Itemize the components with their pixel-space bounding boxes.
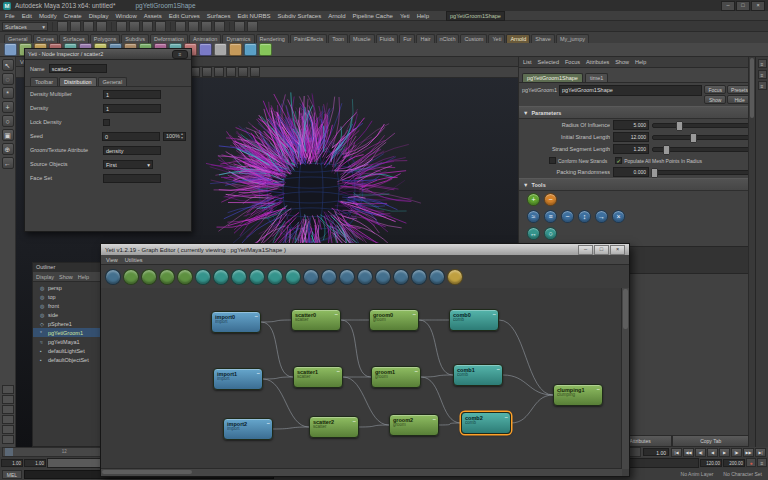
node-inspector-titlebar[interactable]: Yeti - Node Inspector / scatter2 ≡ [25, 49, 191, 60]
play-backward-button[interactable]: ◀ [707, 448, 718, 457]
shelf-tab-animation[interactable]: Animation [189, 34, 221, 43]
graph-canvas[interactable]: import0import~scatter0scatter~groom0groo… [101, 288, 622, 469]
copy-tab-button[interactable]: Copy Tab [672, 435, 749, 447]
status-icon[interactable] [175, 21, 186, 32]
attribute-editor-toggle[interactable]: ≡ [758, 59, 767, 68]
layout-button-5[interactable] [2, 425, 14, 434]
menu-assets[interactable]: Assets [144, 13, 162, 19]
reset-tool[interactable]: ○ [544, 227, 557, 240]
graph-node-import2[interactable]: import2import~ [223, 418, 273, 440]
shelf-tab-muscle[interactable]: Muscle [349, 34, 374, 43]
face-set-input[interactable] [103, 174, 161, 183]
section-header-parameters[interactable]: ▼Parameters [519, 106, 755, 119]
smooth-tool[interactable]: ~ [561, 210, 574, 223]
menu-arnold[interactable]: Arnold [328, 13, 345, 19]
seed-input[interactable]: 0 [102, 132, 160, 141]
shelf-tab-custom[interactable]: Custom [460, 34, 487, 43]
status-icon[interactable] [188, 21, 199, 32]
outliner-menu-show[interactable]: Show [59, 274, 73, 280]
shelf-icon-18[interactable] [259, 43, 272, 56]
layout-button-2[interactable] [2, 395, 14, 404]
status-icon[interactable] [214, 21, 225, 32]
universal-manip-tool[interactable]: ⊕ [2, 143, 14, 155]
slider-handle[interactable] [690, 133, 697, 143]
radius-of-influence-slider[interactable] [652, 123, 752, 128]
current-time-marker[interactable] [5, 448, 13, 457]
shelf-tab-deformation[interactable]: Deformation [150, 34, 188, 43]
shelf-tab-polygons[interactable]: Polygons [90, 34, 121, 43]
range-end-field-2[interactable]: 200.00 [723, 459, 745, 467]
shelf-tab-subdivs[interactable]: Subdivs [121, 34, 149, 43]
menu-file[interactable]: File [5, 13, 15, 19]
add-strands-tool[interactable]: + [527, 193, 540, 206]
current-frame-field[interactable]: 1.00 [643, 448, 669, 456]
rotate-tool[interactable]: ○ [2, 115, 14, 127]
texture-node-icon[interactable] [447, 269, 463, 285]
paint-select-tool[interactable]: * [2, 87, 14, 99]
graph-minimize-button[interactable]: – [578, 245, 593, 255]
channel-box-toggle[interactable]: ≡ [758, 81, 767, 90]
go-to-start-button[interactable]: |◀ [671, 448, 682, 457]
menu-edit[interactable]: Edit [22, 13, 32, 19]
menuset-dropdown[interactable]: Surfaces ▾ [2, 22, 48, 31]
scraggle-node-icon[interactable] [249, 269, 265, 285]
shelf-icon-15[interactable] [214, 43, 227, 56]
shelf-tab-ncloth[interactable]: nCloth [436, 34, 460, 43]
shelf-tab-general[interactable]: General [4, 34, 32, 43]
shelf-tab-fur[interactable]: Fur [399, 34, 415, 43]
shelf-icon-17[interactable] [244, 43, 257, 56]
slider-handle[interactable] [676, 121, 683, 131]
status-icon[interactable] [234, 21, 245, 32]
scale-tool[interactable]: ▣ [2, 129, 14, 141]
menu-surfaces[interactable]: Surfaces [207, 13, 231, 19]
checkbox-conform-new-strands[interactable]: Conform New Strands [549, 157, 607, 164]
slider-handle[interactable] [663, 145, 670, 155]
graph-node-groom2[interactable]: groom2groom~ [389, 414, 439, 436]
packing-randomness-slider[interactable] [652, 170, 752, 175]
step-forward-key-button[interactable]: |▶ [731, 448, 742, 457]
menu-create[interactable]: Create [64, 13, 82, 19]
shelf-icon-1[interactable] [4, 43, 17, 56]
viewport-tool-icon[interactable] [226, 67, 236, 77]
delete-tool[interactable]: × [612, 210, 625, 223]
outliner-menu-help[interactable]: Help [78, 274, 89, 280]
groom-node-icon[interactable] [159, 269, 175, 285]
initial-strand-length-input[interactable]: 12.000 [613, 132, 649, 142]
range-end-field-1[interactable]: 120.00 [700, 459, 722, 467]
graph-node-clumping1[interactable]: clumping1clumping~ [553, 384, 603, 406]
direction-node-icon[interactable] [357, 269, 373, 285]
graph-menu-view[interactable]: View [106, 257, 118, 263]
ae-menu-attributes[interactable]: Attributes [586, 59, 609, 65]
shelf-tab-yeti[interactable]: Yeti [488, 34, 505, 43]
last-tool[interactable]: ← [2, 157, 14, 169]
status-icon[interactable] [70, 21, 81, 32]
scale-tool[interactable]: ↕ [578, 210, 591, 223]
step-back-frame-button[interactable]: ◀◀ [683, 448, 694, 457]
shelf-tab-shave[interactable]: Shave [531, 34, 555, 43]
node-inspector-window[interactable]: Yeti - Node Inspector / scatter2 ≡ Name … [24, 48, 192, 232]
graph-node-scatter1[interactable]: scatter1scatter~ [293, 366, 343, 388]
menu-display[interactable]: Display [89, 13, 109, 19]
bend-node-icon[interactable] [285, 269, 301, 285]
ae-menu-selected[interactable]: Selected [538, 59, 559, 65]
status-icon[interactable] [155, 21, 166, 32]
shelf-icon-14[interactable] [199, 43, 212, 56]
menu-modify[interactable]: Modify [39, 13, 57, 19]
layout-button-1[interactable] [2, 385, 14, 394]
shelf-tab-surfaces[interactable]: Surfaces [59, 34, 89, 43]
outliner-menu-display[interactable]: Display [36, 274, 54, 280]
groom-texture-attribute-input[interactable]: density [103, 146, 161, 155]
section-header-tools[interactable]: ▼Tools [519, 178, 755, 191]
status-icon[interactable] [129, 21, 140, 32]
menu-yeti[interactable]: Yeti [400, 13, 410, 19]
shelf-tab-curves[interactable]: Curves [33, 34, 58, 43]
shelf-tab-dynamics[interactable]: Dynamics [222, 34, 254, 43]
shelf-tab-hair[interactable]: Hair [416, 34, 434, 43]
character-set-indicator[interactable]: No Character Set [719, 471, 766, 477]
graph-close-button[interactable]: × [610, 245, 625, 255]
graph-vertical-scrollbar[interactable] [621, 288, 629, 469]
graph-node-comb0[interactable]: comb0comb~ [449, 309, 499, 331]
graph-editor-titlebar[interactable]: Yeti v1.2.19 - Graph Editor ( currently … [101, 244, 629, 255]
show-button[interactable]: Show [704, 95, 726, 104]
direction-tool[interactable]: → [595, 210, 608, 223]
